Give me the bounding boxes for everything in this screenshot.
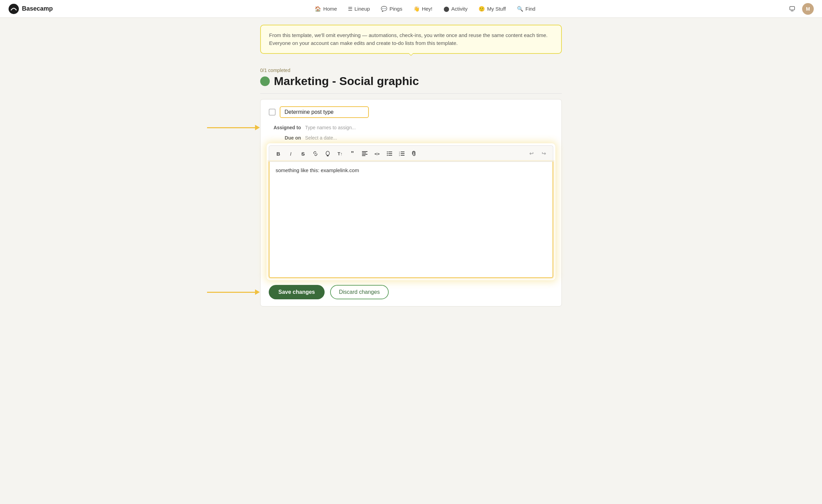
toolbar-quote-button[interactable]: " xyxy=(347,148,358,159)
task-checkbox[interactable] xyxy=(269,109,276,116)
nav-hey[interactable]: 👋 Hey! xyxy=(409,4,437,14)
bullet-list-icon xyxy=(387,151,392,156)
nav-lineup[interactable]: ☰ Lineup xyxy=(343,4,375,14)
task-title-input[interactable] xyxy=(280,106,369,118)
link-icon xyxy=(313,151,318,156)
my-stuff-icon: 🙂 xyxy=(479,6,485,12)
nav-find[interactable]: 🔍 Find xyxy=(512,4,540,14)
bell-icon xyxy=(789,5,796,12)
pings-icon: 💬 xyxy=(381,6,387,12)
notifications-button[interactable] xyxy=(786,3,798,15)
arrow-line xyxy=(207,127,255,128)
section-header: 0/1 completed Marketing - Social graphic xyxy=(260,68,562,88)
task-card: Assigned to Type names to assign... Due … xyxy=(260,99,562,307)
svg-rect-8 xyxy=(388,152,392,152)
find-icon: 🔍 xyxy=(517,6,523,12)
toolbar-align-button[interactable] xyxy=(360,148,370,159)
svg-rect-4 xyxy=(362,153,366,153)
hey-icon: 👋 xyxy=(413,6,420,12)
activity-icon: ⬤ xyxy=(444,6,449,12)
nav-home[interactable]: 🏠 Home xyxy=(310,4,342,14)
navbar-right: M xyxy=(786,3,814,15)
toolbar-italic-button[interactable]: I xyxy=(286,148,296,159)
section-title-row: Marketing - Social graphic xyxy=(260,74,562,88)
svg-rect-16 xyxy=(401,153,404,154)
assigned-to-label: Assigned to xyxy=(270,125,301,130)
svg-point-9 xyxy=(387,153,388,154)
svg-text:3.: 3. xyxy=(399,155,400,156)
section-divider xyxy=(260,93,562,94)
toolbar-attach-button[interactable] xyxy=(409,148,419,159)
toolbar-undo-button[interactable]: ↩ xyxy=(526,148,536,159)
toolbar-bullet-list-button[interactable] xyxy=(384,148,395,159)
nav-pings[interactable]: 💬 Pings xyxy=(376,4,407,14)
editor-text: something like this: examplelink.com xyxy=(276,167,359,173)
svg-point-0 xyxy=(9,4,19,14)
assigned-to-arrow xyxy=(207,125,260,130)
discard-changes-button[interactable]: Discard changes xyxy=(330,285,389,299)
toolbar-redo-button[interactable]: ↪ xyxy=(539,148,549,159)
assigned-to-row: Assigned to Type names to assign... xyxy=(269,125,553,130)
svg-point-2 xyxy=(326,151,329,155)
section-title: Marketing - Social graphic xyxy=(274,74,419,88)
home-icon: 🏠 xyxy=(315,6,321,12)
toolbar-bold-button[interactable]: B xyxy=(273,148,283,159)
ordered-list-icon: 1. 2. 3. xyxy=(399,151,404,156)
due-on-row: Due on Select a date... xyxy=(269,135,553,141)
navbar: Basecamp 🏠 Home ☰ Lineup 💬 Pings 👋 Hey! … xyxy=(0,0,822,18)
brand-name: Basecamp xyxy=(22,5,53,12)
svg-rect-12 xyxy=(388,155,392,156)
toolbar-ordered-list-button[interactable]: 1. 2. 3. xyxy=(397,148,407,159)
arrow-head xyxy=(255,125,260,130)
assigned-to-row-container: Assigned to Type names to assign... xyxy=(269,125,553,130)
toolbar-link-button[interactable] xyxy=(310,148,321,159)
svg-point-11 xyxy=(387,155,388,156)
svg-rect-10 xyxy=(388,153,392,154)
task-title-row xyxy=(269,106,553,118)
toolbar-strikethrough-button[interactable]: S xyxy=(298,148,308,159)
svg-rect-18 xyxy=(401,155,404,156)
nav-activity[interactable]: ⬤ Activity xyxy=(439,4,473,14)
editor-wrapper: B I S T↑ " xyxy=(269,145,553,278)
svg-rect-6 xyxy=(362,155,365,156)
svg-rect-3 xyxy=(362,151,367,152)
svg-rect-5 xyxy=(362,154,367,155)
save-arrow-line xyxy=(207,292,255,293)
toolbar-code-button[interactable]: <> xyxy=(372,148,382,159)
nav-links: 🏠 Home ☰ Lineup 💬 Pings 👋 Hey! ⬤ Activit… xyxy=(64,4,786,14)
toolbar-heading-button[interactable]: T↑ xyxy=(335,148,345,159)
toolbar-highlight-button[interactable] xyxy=(323,148,333,159)
save-arrow xyxy=(207,289,260,295)
main-content: From this template, we'll omit everythin… xyxy=(246,25,576,335)
editor-toolbar: B I S T↑ " xyxy=(269,145,553,161)
attach-icon xyxy=(411,151,417,156)
nav-my-stuff[interactable]: 🙂 My Stuff xyxy=(474,4,511,14)
highlight-icon xyxy=(325,151,330,156)
action-row: Save changes Discard changes xyxy=(269,285,553,299)
tooltip-text: From this template, we'll omit everythin… xyxy=(269,32,547,46)
save-changes-button[interactable]: Save changes xyxy=(269,285,325,299)
align-icon xyxy=(362,151,367,156)
due-on-label: Due on xyxy=(270,135,301,141)
basecamp-logo-icon xyxy=(8,3,19,14)
svg-rect-1 xyxy=(790,7,795,10)
svg-point-7 xyxy=(387,152,388,153)
svg-rect-14 xyxy=(401,152,404,152)
brand-logo[interactable]: Basecamp xyxy=(8,3,53,14)
section-dot xyxy=(260,76,270,86)
assigned-to-input[interactable]: Type names to assign... xyxy=(305,125,356,130)
editor-content-area[interactable]: something like this: examplelink.com xyxy=(269,161,553,278)
lineup-icon: ☰ xyxy=(348,6,352,12)
user-avatar[interactable]: M xyxy=(802,3,814,15)
save-arrow-head xyxy=(255,289,260,295)
completed-label: 0/1 completed xyxy=(260,68,562,73)
due-on-input[interactable]: Select a date... xyxy=(305,135,337,141)
info-tooltip: From this template, we'll omit everythin… xyxy=(260,25,562,54)
